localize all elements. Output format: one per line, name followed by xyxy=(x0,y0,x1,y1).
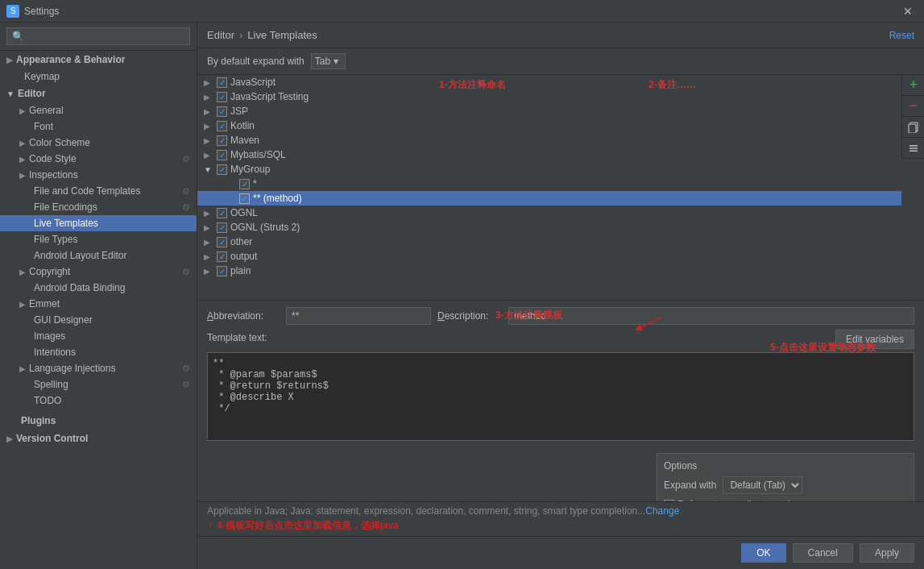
copy-template-button[interactable] xyxy=(902,117,924,138)
sidebar-item-general[interactable]: ▶ General xyxy=(0,102,197,118)
list-item-kotlin[interactable]: ▶ Kotlin xyxy=(197,118,901,133)
sidebar-item-android-data[interactable]: Android Data Binding xyxy=(0,280,197,296)
sidebar-item-emmet[interactable]: ▶ Emmet xyxy=(0,296,197,312)
item-name: Maven xyxy=(230,135,259,146)
description-label: Description: xyxy=(437,310,502,322)
form-container: Abbreviation: Description: Template text… xyxy=(197,301,924,569)
sidebar-item-editor[interactable]: ▼ Editor xyxy=(0,85,197,102)
sidebar-item-file-types[interactable]: File Types xyxy=(0,231,197,247)
expand-arrow-icon: ▶ xyxy=(204,136,213,145)
list-item-maven[interactable]: ▶ Maven xyxy=(197,133,901,147)
add-template-button[interactable]: + xyxy=(902,75,924,96)
sidebar-item-copyright[interactable]: ▶ Copyright ⚙ xyxy=(0,264,197,280)
reformat-checkbox-row[interactable]: Reformat according to style xyxy=(664,499,907,501)
sidebar-item-font[interactable]: Font xyxy=(0,118,197,135)
sidebar-item-label: Android Layout Editor xyxy=(34,250,126,261)
sidebar-item-intentions[interactable]: Intentions xyxy=(0,344,197,360)
sidebar-item-plugins[interactable]: Plugins xyxy=(0,412,197,430)
sidebar-item-label: Version Control xyxy=(16,433,88,444)
checkbox-mygroup[interactable] xyxy=(217,164,227,175)
main-container: ▶ Appearance & Behavior Keymap ▼ Editor … xyxy=(0,23,924,569)
checkbox-other[interactable] xyxy=(217,237,227,247)
expand-arrow: ▶ xyxy=(19,171,26,180)
expand-arrow-icon: ▶ xyxy=(204,223,213,232)
close-button[interactable]: ✕ xyxy=(898,3,918,19)
checkbox-method[interactable] xyxy=(239,193,250,204)
checkbox-plain[interactable] xyxy=(217,266,227,276)
sidebar-item-file-code-templates[interactable]: File and Code Templates ⚙ xyxy=(0,183,197,199)
checkbox-js-testing[interactable] xyxy=(217,92,227,102)
svg-rect-2 xyxy=(909,145,918,147)
expand-with-select[interactable]: Default (Tab) Tab Enter Space xyxy=(723,476,802,494)
item-name: OGNL (Struts 2) xyxy=(230,222,300,233)
form-area: Abbreviation: Description: Template text… xyxy=(197,301,924,501)
list-item-ognl[interactable]: ▶ OGNL xyxy=(197,206,901,220)
sidebar-item-keymap[interactable]: Keymap xyxy=(0,69,197,85)
sidebar-item-label: Emmet xyxy=(29,298,60,309)
sidebar-item-android-layout[interactable]: Android Layout Editor xyxy=(0,247,197,264)
annotation-4: ↑ 4-模板写好后点击这里加载信息，选择java xyxy=(207,518,914,533)
list-item-output[interactable]: ▶ output xyxy=(197,249,901,264)
search-input[interactable] xyxy=(6,27,190,45)
expand-arrow: ▶ xyxy=(6,56,13,64)
checkbox-mybatis[interactable] xyxy=(217,150,227,160)
cancel-button[interactable]: Cancel xyxy=(793,543,853,563)
checkbox-star[interactable] xyxy=(239,179,250,189)
sidebar-item-spelling[interactable]: Spelling ⚙ xyxy=(0,376,197,392)
remove-template-button[interactable]: − xyxy=(902,96,924,117)
sidebar-item-inspections[interactable]: ▶ Inspections xyxy=(0,167,197,183)
expand-arrow: ▶ xyxy=(19,268,26,276)
checkbox-output[interactable] xyxy=(217,251,227,262)
sidebar-item-gui-designer[interactable]: GUI Designer xyxy=(0,312,197,328)
abbreviation-input[interactable] xyxy=(286,307,431,325)
ok-button[interactable]: OK xyxy=(741,543,785,563)
template-text-input[interactable]: ** * @param $params$ * @return $returns$… xyxy=(207,352,914,441)
sidebar-item-file-encodings[interactable]: File Encodings ⚙ xyxy=(0,199,197,215)
reset-button[interactable]: Reset xyxy=(889,30,914,41)
checkboxes-container: Reformat according to style Use static i… xyxy=(664,499,907,501)
list-item-js-testing[interactable]: ▶ JavaScript Testing xyxy=(197,89,901,104)
list-item-mybatis[interactable]: ▶ Mybatis/SQL xyxy=(197,147,901,162)
checkbox-ognl[interactable] xyxy=(217,208,227,218)
apply-button[interactable]: Apply xyxy=(860,543,914,563)
expand-arrow-icon: ▶ xyxy=(204,93,213,102)
reformat-checkbox[interactable] xyxy=(664,500,674,502)
list-item-plain[interactable]: ▶ plain xyxy=(197,264,901,278)
sidebar-item-language-injections[interactable]: ▶ Language Injections ⚙ xyxy=(0,360,197,376)
list-item-jsp[interactable]: ▶ JSP xyxy=(197,104,901,118)
list-item-mygroup[interactable]: ▼ MyGroup xyxy=(197,162,901,177)
edit-variables-button[interactable]: Edit variables xyxy=(835,330,914,349)
description-input[interactable] xyxy=(508,307,914,325)
list-item-star[interactable]: * xyxy=(197,177,901,191)
svg-rect-1 xyxy=(909,124,916,133)
list-item-javascript[interactable]: ▶ JavaScript xyxy=(197,75,901,89)
sidebar-item-label: TODO xyxy=(34,395,61,406)
sidebar-item-version-control[interactable]: ▶ Version Control xyxy=(0,430,197,447)
checkbox-ognl-struts[interactable] xyxy=(217,222,227,233)
sidebar-item-label: Code Style xyxy=(29,153,77,164)
list-item-ognl-struts[interactable]: ▶ OGNL (Struts 2) xyxy=(197,220,901,235)
list-item-method[interactable]: ** (method) xyxy=(197,191,901,206)
sidebar-item-label: File Encodings xyxy=(34,201,97,213)
settings-icon: ⚙ xyxy=(182,267,190,277)
move-template-button[interactable] xyxy=(902,138,924,159)
change-link[interactable]: Change xyxy=(645,505,679,517)
sidebar-item-color-scheme[interactable]: ▶ Color Scheme xyxy=(0,135,197,151)
breadcrumb-part1: Editor xyxy=(207,29,234,41)
sidebar-item-appearance[interactable]: ▶ Appearance & Behavior xyxy=(0,51,197,69)
sidebar-item-images[interactable]: Images xyxy=(0,328,197,344)
options-row-container: Options Expand with Default (Tab) Tab En… xyxy=(207,448,914,501)
abbr-underline: Abbreviation: xyxy=(207,310,263,322)
checkbox-jsp[interactable] xyxy=(217,106,227,117)
checkbox-javascript[interactable] xyxy=(217,77,227,88)
expand-arrow-icon: ▶ xyxy=(204,122,213,131)
expand-arrow-icon: ▶ xyxy=(204,151,213,160)
sidebar-item-live-templates[interactable]: Live Templates xyxy=(0,215,197,231)
list-item-other[interactable]: ▶ other xyxy=(197,235,901,249)
sidebar-item-code-style[interactable]: ▶ Code Style ⚙ xyxy=(0,151,197,167)
checkbox-kotlin[interactable] xyxy=(217,121,227,131)
item-name: plain xyxy=(230,265,251,276)
sidebar-item-todo[interactable]: TODO xyxy=(0,392,197,409)
checkbox-maven[interactable] xyxy=(217,135,227,146)
expand-select[interactable]: Tab ▾ xyxy=(311,53,346,69)
